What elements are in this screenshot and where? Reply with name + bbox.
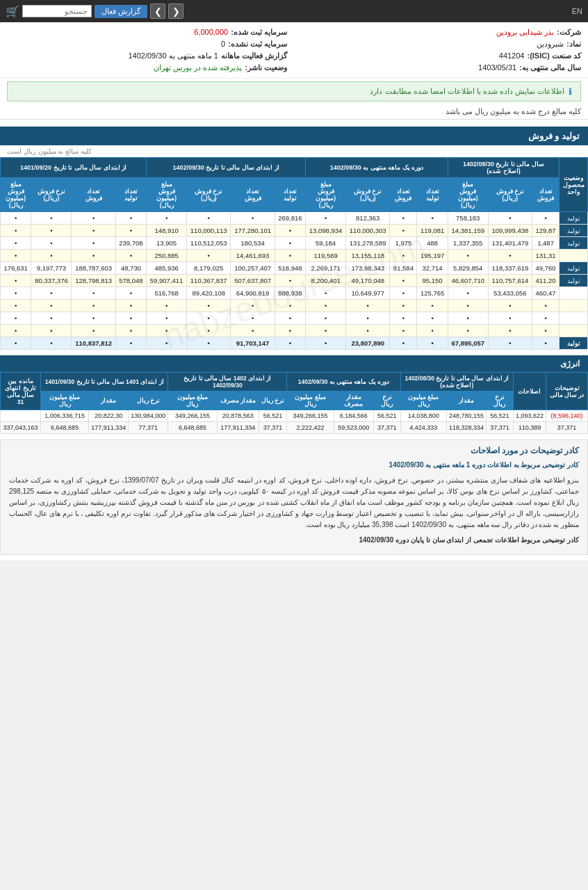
data-cell: 89,420,108 — [187, 287, 231, 300]
data-cell: • — [306, 212, 346, 225]
g2-col3: نرخ فروش(ریال) — [346, 178, 390, 212]
data-cell: • — [147, 212, 187, 225]
data-cell: 9,197,773 — [31, 262, 72, 275]
data-cell: • — [115, 287, 146, 300]
g2-col4: مبلغفروش(میلیونریال) — [306, 178, 346, 212]
data-cell: • — [275, 275, 305, 287]
report-period-row: گزارش فعالیت ماهانه 1 ماهه منتهی به 1402… — [7, 50, 287, 62]
data-cell: 128,798,813 — [72, 275, 115, 287]
data-cell: 23,807,890 — [346, 337, 390, 350]
energy-section-header: انرژی — [0, 355, 588, 372]
data-cell: • — [417, 312, 448, 325]
data-cell: 239,708 — [115, 237, 146, 250]
group1-header: سال مالی تا تاریخ 1402/08/30(اصلاح شده) — [448, 158, 559, 178]
energy-p4v: 6,648,685 — [41, 422, 89, 434]
report-period-label: گزارش فعالیت ماهانه — [221, 51, 287, 60]
energy-p4r: 77,371 — [129, 422, 168, 434]
data-cell: 516,768 — [147, 287, 187, 300]
data-cell: 32,714 — [417, 262, 448, 275]
isic-value: 441204 — [499, 51, 525, 60]
data-cell: 176,631 — [1, 262, 31, 275]
ep3-rate: نرخ ریال — [259, 391, 287, 410]
g4-col1: تعدادتولید — [115, 178, 146, 212]
energy-p2r: 56,521 — [373, 410, 400, 422]
data-cell: • — [31, 237, 72, 250]
data-cell: 53,433,056 — [488, 287, 532, 300]
table-row: تولید 129,87 109,999,438 14,381,159 119,… — [1, 225, 588, 237]
energy-p2q: 59,523,000 — [334, 422, 373, 434]
data-cell: 578,048 — [115, 275, 146, 287]
company-info-right: شرکت: بذر شیدایی برودین نماد: شبرودین کد… — [301, 26, 581, 74]
top-bar-right: EN — [572, 7, 582, 15]
energy-p4v: 1,006,336,715 — [41, 410, 89, 422]
status-cell — [560, 287, 588, 300]
status-cell: تولید — [560, 337, 588, 350]
data-cell: 177,280,101 — [231, 225, 275, 237]
data-cell: • — [275, 237, 305, 250]
data-cell: • — [31, 212, 72, 225]
status-cell — [560, 250, 588, 262]
data-cell: • — [1, 287, 31, 300]
data-cell: 148,910 — [147, 225, 187, 237]
g3-col2: تعدادفروش — [231, 178, 275, 212]
data-cell: • — [187, 325, 231, 337]
data-cell: 64,900,819 — [231, 287, 275, 300]
data-cell: • — [72, 250, 115, 262]
data-cell: • — [31, 312, 72, 325]
data-cell: • — [346, 300, 390, 312]
energy-corrections-header: اصلاحات — [513, 373, 546, 410]
energy-table-wrapper: توضیحاتدر سال مالی اصلاحات از ابتدای سال… — [0, 372, 588, 434]
energy-p2r: 37,371 — [373, 422, 400, 434]
data-cell: 59,184 — [306, 237, 346, 250]
data-cell: • — [532, 337, 560, 350]
data-cell: 80,337,376 — [31, 275, 72, 287]
data-cell: • — [72, 237, 115, 250]
data-cell: • — [346, 312, 390, 325]
report-active-button[interactable]: گزارش فعال — [95, 5, 147, 18]
g3-col4: مبلغفروش(میلیونریال) — [147, 178, 187, 212]
group3-header: از ابتدای سال مالی تا تاریخ 1402/09/30 — [147, 158, 306, 178]
nav-next-button[interactable]: ❯ — [150, 3, 165, 19]
status-value: پذیرفته شده در بورس تهران — [154, 63, 242, 72]
energy-p1r: 37,371 — [486, 422, 513, 434]
data-cell: • — [488, 337, 532, 350]
group4-header: از ابتدای سال مالی تا تاریخ 1401/09/20 — [1, 158, 147, 178]
data-cell: • — [417, 300, 448, 312]
data-cell: 13,098,934 — [306, 225, 346, 237]
table-row: تولید • • 758,183 • • 812,363 • 269,816 … — [1, 212, 588, 225]
data-cell: 49,760 — [532, 262, 560, 275]
data-cell: 8,179,025 — [187, 262, 231, 275]
data-cell: 13,155,118 — [346, 250, 390, 262]
data-cell: • — [1, 212, 31, 225]
data-cell: • — [346, 325, 390, 337]
nav-prev-button[interactable]: ❮ — [168, 3, 183, 19]
data-cell: • — [72, 212, 115, 225]
data-cell: • — [488, 212, 532, 225]
ep1-qty: مقدار — [446, 391, 486, 410]
report-period-value: 1 ماهه منتهی به 1402/09/30 — [128, 51, 218, 60]
data-cell: • — [488, 312, 532, 325]
g1-col3: مبلغفروش(میلیونریال) — [448, 178, 488, 212]
data-cell: 888,938 — [275, 287, 305, 300]
table-row: تولید 411,20 110,757,614 46,607,710 95,1… — [1, 275, 588, 287]
fiscal-year-row: سال مالی منتهی به: 1403/05/31 — [301, 62, 581, 74]
data-cell: • — [417, 325, 448, 337]
data-cell: • — [72, 325, 115, 337]
content-area: nabzebourse.com شرکت: بذر شیدایی برودین … — [0, 22, 588, 560]
production-table-wrapper: وضعیتمحصولواحد سال مالی تا تاریخ 1402/08… — [0, 157, 588, 350]
data-cell: 1,487 — [532, 237, 560, 250]
energy-p2v: 2,222,422 — [287, 422, 334, 434]
company-info-left: سرمایه ثبت شده: 6,000,000 سرمایه ثبت نشد… — [7, 26, 287, 74]
data-cell: 812,363 — [346, 212, 390, 225]
alert-banner: ℹ اطلاعات نمایش داده شده با اطلاعات امضا… — [7, 81, 581, 102]
data-cell: 411,20 — [532, 275, 560, 287]
search-input[interactable] — [22, 5, 92, 17]
data-cell: • — [31, 337, 72, 350]
data-cell: 8,200,401 — [306, 275, 346, 287]
ep4-rate: نرخ ریال — [129, 391, 168, 410]
energy-desc-header: توضیحاتدر سال مالی — [546, 373, 588, 410]
currency-note: کلیه مبالغ درج شده به میلیون ریال می باش… — [0, 104, 588, 120]
status-cell: تولید — [560, 262, 588, 275]
data-cell: 46,607,710 — [448, 275, 488, 287]
g2-col1: تعدادتولید — [417, 178, 448, 212]
